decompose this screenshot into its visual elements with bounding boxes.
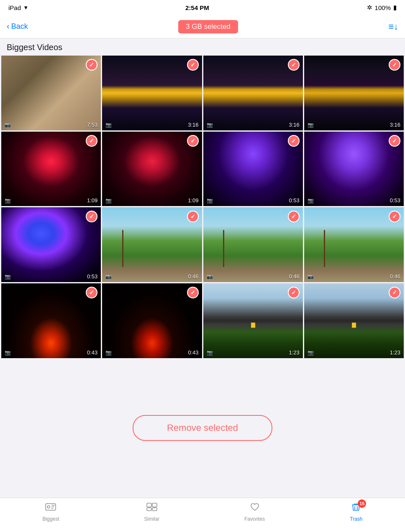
video-duration: 0:46 (188, 273, 198, 280)
video-duration: 1:23 (289, 349, 299, 356)
video-cell[interactable]: 📷 7:53 (1, 56, 101, 130)
camera-icon: 📷 (207, 198, 213, 204)
biggest-icon (45, 502, 56, 514)
check-badge (288, 135, 300, 147)
check-badge (86, 287, 97, 298)
svg-rect-3 (152, 503, 157, 507)
video-duration: 3:16 (188, 122, 198, 128)
camera-icon: 📷 (308, 122, 314, 128)
video-cell[interactable]: 📷 3:16 (102, 56, 202, 130)
svg-rect-2 (147, 503, 151, 507)
check-badge (389, 287, 400, 298)
video-cell[interactable]: 📷 1:09 (102, 132, 202, 206)
battery-percent: 100% (375, 4, 391, 11)
video-cell[interactable]: 📷 1:23 (203, 283, 303, 358)
video-cell[interactable]: 📷 0:43 (102, 283, 202, 358)
tab-favorites-label: Favorites (244, 516, 265, 522)
video-cell[interactable]: 📷 1:23 (304, 283, 404, 358)
video-cell[interactable]: 📷 0:53 (203, 132, 303, 206)
video-duration: 0:46 (289, 273, 299, 280)
video-cell[interactable]: 📷 0:46 (102, 207, 202, 282)
camera-icon: 📷 (105, 122, 112, 128)
status-left: iPad ▾ (8, 4, 28, 11)
video-duration: 1:09 (87, 197, 97, 204)
check-badge (389, 135, 400, 147)
video-duration: 3:16 (390, 122, 400, 128)
tab-biggest[interactable]: Biggest (42, 502, 59, 522)
tab-bar: Biggest Similar Favorites 15 (0, 498, 405, 532)
video-cell[interactable]: 📷 0:43 (1, 283, 101, 358)
svg-rect-4 (147, 508, 151, 511)
video-cell[interactable]: 📷 0:53 (304, 132, 404, 206)
tab-trash-label: Trash (350, 516, 362, 522)
status-bar: iPad ▾ 2:54 PM ✲ 100% ▮ (0, 0, 405, 15)
camera-icon: 📷 (5, 350, 11, 356)
nav-bar: ‹ Back 3 GB selected ≡↓ (0, 15, 405, 38)
device-label: iPad (8, 4, 21, 11)
back-label: Back (11, 22, 28, 31)
check-badge (187, 287, 199, 298)
check-badge (288, 59, 300, 71)
video-cell[interactable]: 📷 0:53 (1, 207, 101, 282)
check-badge (86, 135, 97, 147)
camera-icon: 📷 (308, 198, 314, 204)
check-badge (187, 211, 199, 222)
video-duration: 0:53 (87, 273, 97, 280)
tab-similar[interactable]: Similar (144, 502, 159, 522)
video-duration: 0:53 (289, 197, 299, 204)
status-right: ✲ 100% ▮ (367, 4, 397, 11)
similar-icon (146, 502, 158, 514)
wifi-icon: ▾ (24, 4, 28, 11)
check-badge (187, 135, 199, 147)
tab-favorites[interactable]: Favorites (244, 502, 265, 522)
camera-icon: 📷 (105, 198, 112, 204)
camera-icon: 📷 (207, 122, 213, 128)
selected-badge: 3 GB selected (178, 20, 238, 33)
camera-icon: 📷 (5, 274, 11, 280)
battery-icon: ▮ (393, 4, 397, 11)
video-duration: 3:16 (289, 122, 299, 128)
tab-trash[interactable]: 15 Trash (350, 502, 362, 522)
video-cell[interactable]: 📷 0:46 (304, 207, 404, 282)
tab-biggest-label: Biggest (42, 516, 59, 522)
check-badge (288, 287, 300, 298)
trash-icon: 15 (350, 502, 362, 514)
svg-point-1 (47, 506, 50, 508)
section-header: Biggest Videos (0, 38, 405, 56)
video-duration: 7:53 (87, 122, 97, 128)
video-duration: 1:23 (390, 349, 400, 356)
camera-icon: 📷 (308, 274, 314, 280)
camera-icon: 📷 (308, 350, 314, 356)
camera-icon: 📷 (105, 274, 112, 280)
camera-icon: 📷 (5, 122, 11, 128)
bluetooth-icon: ✲ (367, 4, 372, 11)
svg-rect-5 (152, 508, 157, 511)
video-duration: 0:43 (87, 349, 97, 356)
video-cell[interactable]: 📷 3:16 (203, 56, 303, 130)
check-badge (389, 59, 400, 71)
video-grid: 📷 7:53 📷 3:16 📷 3:16 📷 3:16 (0, 56, 405, 358)
back-chevron-icon: ‹ (7, 21, 10, 31)
remove-selected-button[interactable]: Remove selected (133, 415, 272, 441)
trash-badge: 15 (358, 499, 366, 508)
check-badge (86, 59, 97, 71)
back-button[interactable]: ‹ Back (7, 22, 28, 31)
camera-icon: 📷 (207, 350, 213, 356)
camera-icon: 📷 (207, 274, 213, 280)
tab-similar-label: Similar (144, 516, 159, 522)
sort-button[interactable]: ≡↓ (388, 21, 398, 32)
video-cell[interactable]: 📷 0:46 (203, 207, 303, 282)
video-cell[interactable]: 📷 3:16 (304, 56, 404, 130)
sort-icon: ≡↓ (388, 21, 398, 32)
video-cell[interactable]: 📷 1:09 (1, 132, 101, 206)
video-duration: 0:43 (188, 349, 198, 356)
video-duration: 0:53 (390, 197, 400, 204)
main-content: Biggest Videos 📷 7:53 📷 3:16 📷 3:16 (0, 38, 405, 498)
video-duration: 0:46 (390, 273, 400, 280)
status-time: 2:54 PM (185, 4, 209, 11)
remove-area: Remove selected (0, 358, 405, 498)
check-badge (389, 211, 400, 222)
camera-icon: 📷 (105, 350, 112, 356)
camera-icon: 📷 (5, 198, 11, 204)
video-duration: 1:09 (188, 197, 198, 204)
